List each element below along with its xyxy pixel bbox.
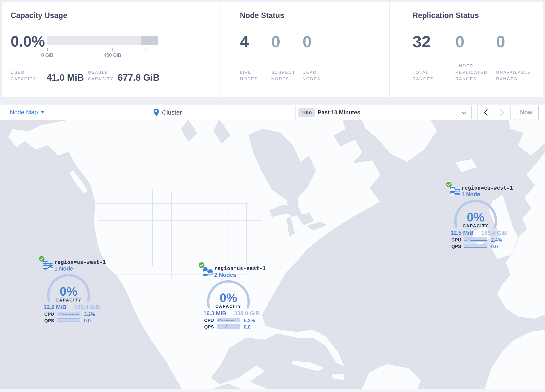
qps-value: 0.0 bbox=[491, 244, 498, 249]
footer-strip bbox=[0, 389, 545, 392]
toolbar-divider bbox=[286, 2, 286, 13]
dead-nodes-value: 0 bbox=[303, 33, 312, 50]
world-map bbox=[0, 120, 545, 389]
live-nodes-label: LIVE NODES bbox=[240, 69, 264, 82]
region-used-capacity: 16.3 MiB bbox=[203, 310, 226, 317]
region-total-capacity: 169.4 GiB bbox=[474, 230, 507, 236]
region-node-count: 1 Node bbox=[461, 191, 480, 198]
cluster-summary-panel: Capacity Usage 0.0% 0 GiB 400 GiB USED C… bbox=[2, 2, 543, 97]
region-name: region=eu-west-1 bbox=[461, 185, 513, 191]
cpu-sparkline bbox=[57, 312, 80, 316]
chevron-right-icon bbox=[500, 109, 504, 116]
caret-down-icon bbox=[41, 111, 44, 113]
node-map bbox=[0, 120, 545, 389]
under-replicated-ranges-value: 0 bbox=[455, 33, 464, 50]
breadcrumb[interactable]: Cluster bbox=[153, 105, 182, 120]
database-stack-icon bbox=[450, 186, 461, 196]
node-map-page: { "stats": { "capacity": { "title": "Cap… bbox=[0, 0, 545, 392]
panel-divider bbox=[389, 2, 390, 97]
total-ranges-label: TOTAL RANGES bbox=[413, 69, 439, 82]
region-total-capacity: 169.4 GiB bbox=[67, 304, 100, 311]
qps-label: QPS bbox=[451, 244, 461, 249]
capacity-usage-percent: 0.0% bbox=[11, 34, 45, 49]
cpu-value: 3.2% bbox=[84, 311, 95, 317]
time-range-label: Past 10 Minutes bbox=[318, 106, 360, 119]
database-stack-icon bbox=[43, 260, 54, 271]
capacity-bar-reserved-segment bbox=[141, 36, 158, 45]
region-used-capacity: 12.2 MiB bbox=[43, 304, 67, 311]
time-range-badge: 10m bbox=[298, 108, 315, 117]
region-capacity-percent: 0% bbox=[444, 210, 507, 224]
cpu-label: CPU bbox=[204, 318, 214, 323]
region-capacity-percent: 0% bbox=[37, 284, 100, 298]
cpu-label: CPU bbox=[44, 311, 54, 317]
capacity-usage-bar bbox=[47, 36, 158, 45]
qps-sparkline bbox=[217, 324, 240, 329]
region-marker-us-west-1[interactable]: region=us-west-1 1 Node 0% CAPACITY 12.2… bbox=[36, 255, 107, 325]
used-capacity-value: 41.0 MiB bbox=[47, 73, 84, 82]
location-pin-icon bbox=[153, 108, 160, 117]
cpu-sparkline bbox=[464, 237, 487, 242]
chevron-down-icon bbox=[461, 112, 466, 114]
cpu-value: 2.4% bbox=[491, 237, 502, 243]
replication-status-title: Replication Status bbox=[413, 11, 479, 20]
region-used-capacity: 12.5 MiB bbox=[451, 230, 474, 236]
view-selector-dropdown[interactable]: Node Map bbox=[10, 105, 44, 120]
region-total-capacity: 338.9 GiB bbox=[227, 310, 260, 317]
database-stack-icon bbox=[203, 266, 213, 277]
region-node-count: 1 Node bbox=[54, 266, 73, 272]
region-name: region=us-east-1 bbox=[214, 266, 266, 271]
cpu-label: CPU bbox=[451, 237, 461, 243]
suspect-nodes-value: 0 bbox=[271, 33, 280, 50]
panel-divider bbox=[220, 2, 220, 97]
view-selector-label: Node Map bbox=[10, 109, 38, 116]
region-capacity-label: CAPACITY bbox=[37, 298, 100, 303]
region-capacity-percent: 0% bbox=[197, 291, 260, 305]
live-nodes-value: 4 bbox=[240, 33, 249, 50]
under-replicated-ranges-label: UNDER-REPLICATED RANGES bbox=[455, 63, 496, 82]
capacity-usage-title: Capacity Usage bbox=[11, 11, 67, 20]
qps-sparkline bbox=[57, 318, 80, 322]
node-status-title: Node Status bbox=[240, 11, 284, 20]
qps-label: QPS bbox=[44, 318, 54, 324]
now-button[interactable]: Now bbox=[514, 105, 539, 120]
qps-value: 0.0 bbox=[244, 324, 251, 330]
qps-value: 0.0 bbox=[84, 318, 91, 324]
chevron-left-icon bbox=[483, 109, 488, 116]
cpu-sparkline bbox=[217, 318, 240, 322]
used-capacity-label: USED CAPACITY bbox=[11, 69, 45, 82]
time-prev-button[interactable] bbox=[477, 105, 494, 120]
cpu-value: 5.2% bbox=[244, 318, 255, 324]
time-nav-buttons bbox=[477, 105, 511, 120]
breadcrumb-label: Cluster bbox=[162, 109, 182, 116]
usable-capacity-value: 677.8 GiB bbox=[118, 73, 160, 82]
time-next-button[interactable] bbox=[494, 105, 510, 120]
region-capacity-label: CAPACITY bbox=[197, 304, 260, 309]
unavailable-ranges-label: UNAVAILABLE RANGES bbox=[496, 69, 537, 82]
region-marker-us-east-1[interactable]: region=us-east-1 2 Nodes 0% CAPACITY 16.… bbox=[195, 261, 266, 331]
suspect-nodes-label: SUSPECT NODES bbox=[271, 69, 298, 82]
dead-nodes-label: DEAD NODES bbox=[303, 69, 327, 82]
region-capacity-label: CAPACITY bbox=[444, 224, 507, 228]
region-node-count: 2 Nodes bbox=[214, 272, 236, 278]
region-name: region=us-west-1 bbox=[54, 259, 106, 265]
total-ranges-value: 32 bbox=[413, 33, 431, 50]
qps-sparkline bbox=[464, 244, 487, 248]
qps-label: QPS bbox=[204, 324, 214, 330]
unavailable-ranges-value: 0 bbox=[496, 33, 505, 50]
region-marker-eu-west-1[interactable]: region=eu-west-1 1 Node 0% CAPACITY 12.5… bbox=[443, 180, 514, 250]
time-range-dropdown[interactable]: 10m Past 10 Minutes bbox=[295, 106, 472, 119]
